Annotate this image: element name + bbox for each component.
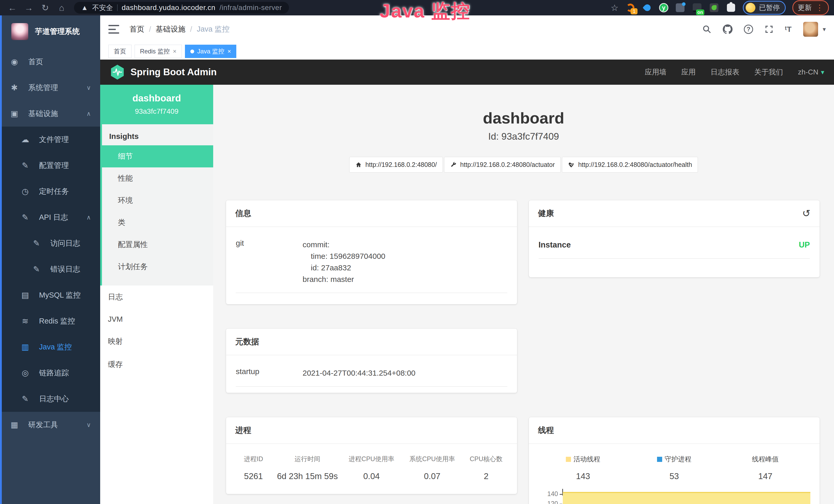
extension-y-icon[interactable]: y: [659, 3, 668, 12]
heartbeat-icon: [568, 161, 575, 168]
process-col-header: 系统CPU使用率: [402, 455, 462, 463]
live-threads-area-series: [563, 492, 811, 504]
profile-paused-badge[interactable]: 已暂停: [743, 1, 786, 15]
browser-menu-icon[interactable]: ⋮: [816, 4, 824, 12]
sidebar-item-scheduled-task[interactable]: ◷ 定时任务: [0, 179, 100, 204]
sidebar-item-config-manage[interactable]: ✎ 配置管理: [0, 153, 100, 179]
sidebar-item-infrastructure[interactable]: ▣ 基础设施 ∧: [0, 101, 100, 127]
help-icon[interactable]: ?: [744, 25, 753, 34]
breadcrumb-home[interactable]: 首页: [129, 24, 144, 35]
sba-nav-journal[interactable]: 日志报表: [711, 67, 740, 77]
sba-logo-icon: [110, 64, 125, 80]
sba-brand[interactable]: Spring Boot Admin: [110, 64, 217, 80]
extension-colorzilla-icon[interactable]: 1: [625, 3, 635, 13]
actuator-url-link[interactable]: http://192.168.0.2:48080/actuator: [444, 157, 561, 173]
sidebar-item-file-manage[interactable]: ☁ 文件管理: [0, 127, 100, 153]
sidebar-item-redis-monitor[interactable]: ≋ Redis 监控: [0, 308, 100, 334]
edit-icon: ✎: [20, 161, 30, 170]
legend-swatch-daemon: [657, 457, 662, 462]
avatar-caret-icon[interactable]: ▾: [823, 26, 826, 33]
app-logo-row[interactable]: 芋道管理系统: [0, 16, 100, 49]
sba-nav-about[interactable]: 关于我们: [754, 67, 783, 77]
sidebar-item-home[interactable]: ◉ 首页: [0, 49, 100, 75]
extension-grid-icon[interactable]: [675, 3, 685, 13]
breadcrumb-current: Java 监控: [197, 24, 229, 35]
sidebar-item-label: MySQL 监控: [39, 290, 81, 300]
menu-item-environment[interactable]: 环境: [102, 189, 213, 211]
menu-item-mappings[interactable]: 映射: [100, 330, 213, 353]
user-avatar[interactable]: [803, 22, 818, 37]
insights-title: Insights: [102, 124, 213, 145]
fullscreen-icon[interactable]: [764, 25, 774, 34]
breadcrumb-separator: /: [149, 25, 151, 33]
extension-puzzle-icon[interactable]: [726, 3, 736, 13]
service-url-link[interactable]: http://192.168.0.2:48080/: [349, 157, 443, 173]
sidebar-item-mysql-monitor[interactable]: ▤ MySQL 监控: [0, 282, 100, 308]
sidebar-item-access-log[interactable]: ✎ 访问日志: [0, 230, 100, 256]
process-card-title: 进程: [235, 425, 251, 436]
sba-brand-title: Spring Boot Admin: [130, 67, 217, 77]
live-threads-value: 143: [537, 472, 629, 481]
sidebar-item-devtools[interactable]: ▦ 研发工具 ∨: [0, 412, 100, 438]
font-size-icon[interactable]: ᵗT: [785, 25, 792, 33]
sidebar-item-label: 访问日志: [50, 238, 80, 249]
sba-nav-applications[interactable]: 应用: [681, 67, 696, 77]
browser-update-button[interactable]: 更新 ⋮: [792, 0, 829, 15]
home-icon: [355, 161, 362, 168]
hamburger-icon[interactable]: [108, 25, 119, 33]
bookmark-star-icon[interactable]: ☆: [611, 3, 618, 13]
browser-back-icon[interactable]: ←: [5, 0, 20, 15]
sidebar-item-java-monitor[interactable]: ▥ Java 监控: [0, 334, 100, 360]
extension-switch-icon[interactable]: on: [692, 3, 702, 13]
sba-language-select[interactable]: zh-CN ▾: [798, 68, 824, 76]
menu-item-configprops[interactable]: 配置属性: [102, 234, 213, 256]
update-label: 更新: [798, 3, 812, 12]
tab-label: Redis 监控: [140, 47, 170, 55]
menu-item-details[interactable]: 细节: [102, 145, 213, 167]
extension-leaf-icon[interactable]: [709, 3, 719, 13]
close-icon[interactable]: ×: [173, 48, 176, 55]
monitor-icon: ▣: [9, 109, 20, 118]
menu-item-metrics[interactable]: 性能: [102, 167, 213, 189]
app-sidebar: 芋道管理系统 ◉ 首页 ✱ 系统管理 ∨ ▣ 基础设施 ∧ ☁ 文件管理 ✎ 配…: [0, 16, 100, 504]
github-icon[interactable]: [723, 24, 732, 34]
browser-reload-icon[interactable]: ↻: [38, 0, 52, 15]
close-icon[interactable]: ×: [227, 48, 231, 55]
sba-nav-wallboard[interactable]: 应用墙: [645, 67, 666, 77]
menu-item-caches[interactable]: 缓存: [100, 353, 213, 376]
search-icon[interactable]: [702, 25, 711, 34]
info-card: 信息 git commit: time: 1596289704000 id: 2…: [226, 200, 517, 304]
sidebar-item-label: 文件管理: [39, 135, 69, 145]
browser-forward-icon[interactable]: →: [22, 0, 36, 15]
emoji-avatar-icon: [746, 3, 755, 13]
menu-item-classes[interactable]: 类: [102, 211, 213, 234]
menu-item-scheduledtasks[interactable]: 计划任务: [102, 256, 213, 278]
health-card-title: 健康: [538, 208, 554, 219]
sidebar-item-api-log[interactable]: ✎ API 日志 ∧: [0, 204, 100, 230]
database-icon: ▤: [20, 290, 30, 300]
sidebar-item-log-center[interactable]: ✎ 日志中心: [0, 386, 100, 412]
process-col-header: CPU核心数: [463, 455, 510, 463]
sidebar-item-label: Redis 监控: [39, 316, 75, 326]
breadcrumb-infrastructure[interactable]: 基础设施: [156, 24, 185, 35]
security-warning-icon: ▲: [81, 4, 88, 12]
sidebar-item-label: 链路追踪: [39, 368, 69, 378]
health-url-link[interactable]: http://192.168.0.2:48080/actuator/health: [562, 157, 698, 173]
sidebar-item-error-log[interactable]: ✎ 错误日志: [0, 256, 100, 282]
tab-java-monitor[interactable]: Java 监控 ×: [185, 45, 236, 58]
instance-header[interactable]: dashboard 93a3fc7f7409: [100, 85, 213, 124]
tab-redis-monitor[interactable]: Redis 监控 ×: [135, 45, 182, 58]
process-col-header: 运行时间: [274, 455, 342, 463]
sidebar-item-label: 首页: [28, 57, 43, 67]
menu-item-jvm[interactable]: JVM: [100, 308, 213, 330]
address-bar[interactable]: ▲ 不安全 dashboard.yudao.iocoder.cn /infra/…: [74, 2, 289, 14]
tab-home[interactable]: 首页: [108, 45, 132, 58]
peak-threads-value: 147: [720, 472, 811, 481]
menu-item-loggers[interactable]: 日志: [100, 285, 213, 308]
process-table: 进程ID 5261 运行时间 6d 23h 15m 59s 进程CPU使用率 0…: [226, 444, 517, 494]
history-icon[interactable]: ↺: [802, 209, 810, 217]
browser-home-icon[interactable]: ⌂: [54, 0, 69, 15]
extension-pin-icon[interactable]: [642, 3, 652, 13]
sidebar-item-system[interactable]: ✱ 系统管理 ∨: [0, 75, 100, 101]
sidebar-item-trace[interactable]: ◎ 链路追踪: [0, 360, 100, 386]
